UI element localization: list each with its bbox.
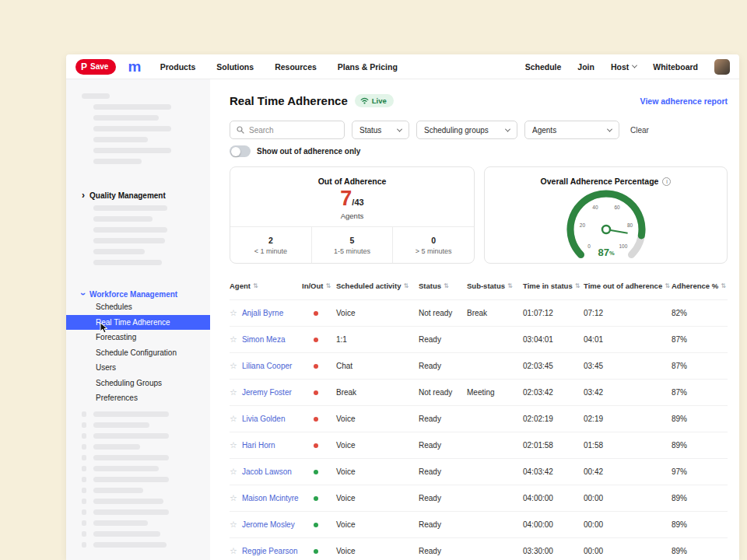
favorite-star-icon[interactable]: ☆ — [230, 388, 237, 397]
favorite-star-icon[interactable]: ☆ — [230, 494, 237, 502]
sort-icon: ⇅ — [444, 282, 449, 289]
agent-link[interactable]: Reggie Pearson — [242, 547, 298, 555]
in-out-indicator-in — [314, 470, 318, 474]
in-out-cell — [302, 311, 336, 316]
chevron-down-icon — [607, 126, 612, 131]
nav-plans-pricing[interactable]: Plans & Pricing — [338, 62, 398, 72]
skeleton-bar — [93, 216, 153, 222]
in-out-indicator-out — [314, 390, 318, 395]
in-out-cell — [302, 338, 336, 342]
table-row: ☆Livia GoldenVoiceReady02:02:1902:1989% — [230, 405, 728, 432]
favorite-star-icon[interactable]: ☆ — [230, 415, 237, 423]
favorite-star-icon[interactable]: ☆ — [230, 309, 237, 317]
skeleton-row — [66, 474, 210, 485]
column-header-time-in-status[interactable]: Time in status⇅ — [523, 282, 584, 290]
skeleton-row — [66, 112, 210, 123]
adherence-cell: 89% — [672, 494, 728, 502]
miro-logo[interactable]: m — [128, 59, 140, 74]
scheduled-activity-cell: Voice — [336, 309, 419, 317]
table-body: ☆Anjali ByrneVoiceNot readyBreak01:07:12… — [230, 299, 728, 560]
nav-whiteboard[interactable]: Whiteboard — [653, 62, 698, 72]
adherence-only-toggle[interactable] — [230, 145, 251, 157]
overall-adherence-title: Overall Adherence Percentage — [541, 177, 659, 186]
status-cell: Ready — [419, 441, 467, 450]
scheduling-groups-dropdown[interactable]: Scheduling groups — [416, 121, 517, 139]
sidebar-item-forecasting[interactable]: Forecasting — [66, 330, 210, 345]
column-header-time-out-of-adherence[interactable]: Time out of adherence⇅ — [584, 282, 672, 290]
sidebar-item-users[interactable]: Users — [66, 360, 210, 376]
agent-link[interactable]: Hari Horn — [242, 441, 275, 450]
agent-link[interactable]: Maison Mcintyre — [242, 494, 299, 502]
column-header-agent[interactable]: Agent⇅ — [230, 282, 302, 290]
nav-join[interactable]: Join — [577, 62, 594, 72]
agent-link[interactable]: Jeremy Foster — [242, 388, 292, 397]
sub-status-cell: Break — [467, 309, 523, 317]
agents-dropdown[interactable]: Agents — [524, 121, 619, 139]
nav-host[interactable]: Host — [611, 62, 637, 72]
column-header-adherence[interactable]: Adherence %⇅ — [672, 282, 728, 290]
column-header-in-out[interactable]: In/Out⇅ — [302, 282, 336, 290]
favorite-star-icon[interactable]: ☆ — [230, 441, 237, 450]
table-row: ☆Simon Meza1:1Ready03:04:0104:0187% — [230, 326, 728, 352]
breakdown-label: < 1 minute — [254, 247, 287, 255]
agent-link[interactable]: Simon Meza — [242, 335, 286, 344]
favorite-star-icon[interactable]: ☆ — [230, 547, 237, 555]
time-out-of-adherence-cell: 03:45 — [584, 362, 672, 370]
in-out-indicator-out — [314, 364, 318, 369]
search-input[interactable]: Search — [230, 121, 345, 139]
agent-link[interactable]: Livia Golden — [242, 415, 286, 423]
agent-link[interactable]: Anjali Byrne — [242, 309, 283, 317]
agent-cell: ☆Jacob Lawson — [230, 467, 302, 476]
sidebar-item-preferences[interactable]: Preferences — [66, 390, 210, 406]
skeleton-row — [66, 145, 210, 156]
skeleton-bar — [93, 466, 159, 471]
skeleton-tick — [82, 455, 86, 460]
skeleton-bar — [93, 115, 159, 121]
toggle-label: Show out of adherence only — [257, 147, 360, 156]
scheduled-activity-cell: Voice — [336, 415, 419, 423]
in-out-indicator-out — [314, 417, 318, 422]
sidebar-section-workforce-management[interactable]: › Workforce Management — [66, 289, 210, 299]
column-header-sub-status[interactable]: Sub-status⇅ — [467, 282, 523, 290]
nav-solutions[interactable]: Solutions — [216, 62, 254, 72]
overall-adherence-card: Overall Adherence Percentage i 020406080… — [484, 166, 728, 264]
nav-products[interactable]: Products — [160, 62, 196, 72]
time-in-status-cell: 02:03:45 — [523, 362, 584, 370]
sidebar-item-schedules[interactable]: Schedules — [66, 299, 210, 315]
user-avatar[interactable] — [714, 59, 730, 75]
info-icon[interactable]: i — [662, 177, 671, 186]
column-header-scheduled-activity[interactable]: Scheduled activity⇅ — [336, 282, 419, 290]
skeleton-row — [66, 235, 210, 246]
sidebar-item-real-time-adherence[interactable]: Real Time Adherence — [66, 315, 210, 331]
skeleton-row — [66, 246, 210, 257]
adherence-cell: 89% — [672, 547, 728, 555]
nav-schedule[interactable]: Schedule — [525, 62, 562, 72]
time-out-of-adherence-cell: 02:19 — [584, 415, 672, 423]
sidebar-item-schedule-configuration[interactable]: Schedule Configuration — [66, 345, 210, 361]
status-dropdown[interactable]: Status — [352, 121, 409, 139]
agents-dropdown-label: Agents — [532, 126, 556, 135]
nav-resources[interactable]: Resources — [275, 62, 317, 72]
in-out-indicator-out — [314, 311, 318, 316]
favorite-star-icon[interactable]: ☆ — [230, 520, 237, 529]
agent-link[interactable]: Liliana Cooper — [242, 362, 293, 370]
sub-status-cell: Meeting — [467, 388, 523, 397]
skeleton-row — [66, 90, 210, 101]
nav-host-label: Host — [611, 62, 629, 72]
agent-link[interactable]: Jerome Mosley — [242, 520, 295, 529]
favorite-star-icon[interactable]: ☆ — [230, 467, 237, 476]
agent-link[interactable]: Jacob Lawson — [242, 467, 292, 476]
time-in-status-cell: 03:04:01 — [523, 335, 584, 344]
column-header-status[interactable]: Status⇅ — [419, 282, 467, 290]
skeleton-row — [66, 123, 210, 134]
pinterest-save-button[interactable]: P Save — [75, 59, 116, 75]
favorite-star-icon[interactable]: ☆ — [230, 335, 237, 344]
sidebar-section-quality-management[interactable]: › Quality Management — [66, 190, 210, 201]
clear-filters-button[interactable]: Clear — [630, 126, 649, 135]
sidebar-item-scheduling-groups[interactable]: Scheduling Groups — [66, 376, 210, 391]
adherence-cell: 87% — [672, 388, 728, 397]
skeleton-row — [66, 101, 210, 112]
favorite-star-icon[interactable]: ☆ — [230, 362, 237, 370]
view-adherence-report-link[interactable]: View adherence report — [640, 96, 728, 106]
adherence-cell: 89% — [672, 441, 728, 450]
